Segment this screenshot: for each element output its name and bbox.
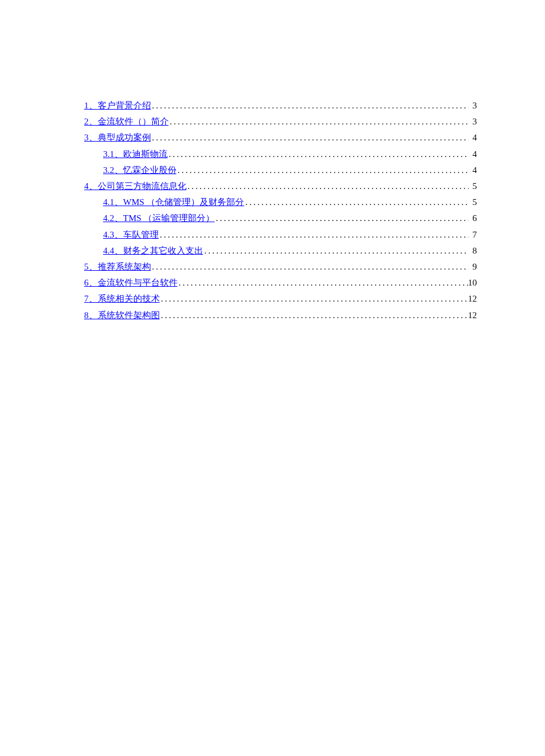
toc-page-number: 3 — [469, 98, 477, 114]
toc-page-number: 4 — [469, 162, 477, 178]
toc-leader-dots — [187, 178, 469, 194]
toc-link[interactable]: 4.4、财务之其它收入支出 — [103, 243, 203, 259]
toc-link[interactable]: 4、公司第三方物流信息化 — [84, 178, 187, 194]
toc-link[interactable]: 2、金流软件（）简介 — [84, 114, 169, 130]
toc-leader-dots — [160, 291, 469, 307]
toc-entry: 4.2、TMS （运输管理部分） 6 — [84, 210, 477, 226]
toc-link[interactable]: 4.3、车队管理 — [103, 227, 159, 243]
toc-page-number: 5 — [469, 194, 477, 210]
toc-entry: 3、典型成功案例 4 — [84, 130, 477, 146]
toc-link[interactable]: 5、推荐系统架构 — [84, 259, 151, 275]
toc-entry: 4.1、WMS （仓储管理）及财务部分 5 — [84, 194, 477, 210]
toc-entry: 1、客户背景介绍 3 — [84, 98, 477, 114]
toc-page-number: 3 — [469, 114, 477, 130]
toc-link[interactable]: 4.1、WMS （仓储管理）及财务部分 — [103, 194, 244, 210]
toc-leader-dots — [168, 146, 469, 162]
toc-link[interactable]: 4.2、TMS （运输管理部分） — [103, 210, 214, 226]
toc-page-number: 9 — [469, 259, 477, 275]
toc-page-number: 12 — [468, 291, 477, 307]
toc-link[interactable]: 3.1、欧迪斯物流 — [103, 146, 168, 162]
toc-entry: 2、金流软件（）简介 3 — [84, 114, 477, 130]
toc-entry: 4、公司第三方物流信息化 5 — [84, 178, 477, 194]
toc-leader-dots — [214, 210, 469, 226]
toc-page-number: 5 — [469, 178, 477, 194]
toc-leader-dots — [178, 275, 469, 291]
toc-leader-dots — [160, 307, 469, 323]
toc-leader-dots — [244, 194, 469, 210]
toc-page-number: 10 — [468, 275, 477, 291]
toc-entry: 7、系统相关的技术 12 — [84, 291, 477, 307]
toc-page-number: 7 — [469, 227, 477, 243]
toc-leader-dots — [151, 98, 469, 114]
toc-leader-dots — [177, 162, 469, 178]
toc-entry: 3.1、欧迪斯物流 4 — [84, 146, 477, 162]
toc-leader-dots — [151, 130, 469, 146]
toc-link[interactable]: 6、金流软件与平台软件 — [84, 275, 178, 291]
toc-entry: 4.4、财务之其它收入支出 8 — [84, 243, 477, 259]
toc-leader-dots — [203, 243, 469, 259]
table-of-contents: 1、客户背景介绍 3 2、金流软件（）简介 3 3、典型成功案例 4 3.1、欧… — [84, 98, 477, 323]
toc-link[interactable]: 3、典型成功案例 — [84, 130, 151, 146]
toc-link[interactable]: 7、系统相关的技术 — [84, 291, 160, 307]
toc-page-number: 8 — [469, 243, 477, 259]
toc-leader-dots — [151, 259, 469, 275]
toc-page-number: 4 — [469, 130, 477, 146]
toc-leader-dots — [169, 114, 469, 130]
toc-entry: 5、推荐系统架构 9 — [84, 259, 477, 275]
toc-page-number: 4 — [469, 146, 477, 162]
toc-leader-dots — [159, 227, 469, 243]
toc-link[interactable]: 8、系统软件架构图 — [84, 307, 160, 323]
toc-page-number: 6 — [469, 210, 477, 226]
toc-entry: 6、金流软件与平台软件 10 — [84, 275, 477, 291]
toc-entry: 3.2、忆霖企业股份 4 — [84, 162, 477, 178]
toc-link[interactable]: 3.2、忆霖企业股份 — [103, 162, 177, 178]
toc-page-number: 12 — [468, 307, 477, 323]
toc-link[interactable]: 1、客户背景介绍 — [84, 98, 151, 114]
toc-entry: 4.3、车队管理 7 — [84, 227, 477, 243]
toc-entry: 8、系统软件架构图 12 — [84, 307, 477, 323]
